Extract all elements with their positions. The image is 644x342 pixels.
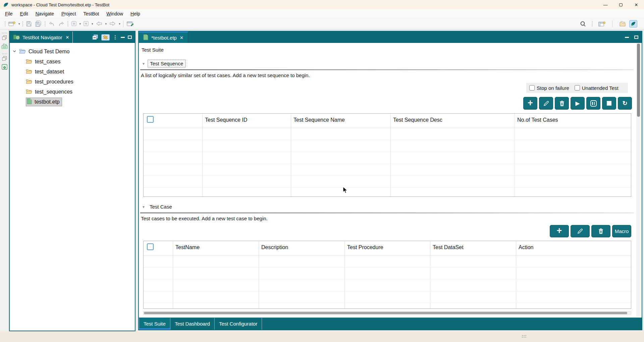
page-tab-test-configurator[interactable]: Test Configurator — [215, 318, 262, 330]
editor-tab-close-icon[interactable]: ✕ — [180, 35, 183, 40]
edit-case-button[interactable] — [571, 225, 590, 237]
minimize-editor-icon[interactable] — [625, 37, 629, 38]
strip-drag-handle[interactable] — [2, 32, 7, 34]
page-tab-test-dashboard[interactable]: Test Dashboard — [170, 318, 215, 330]
add-case-button[interactable]: + — [550, 225, 569, 237]
tree-item-project[interactable]: Cloud Test Demo — [10, 47, 135, 57]
section-twistie-icon[interactable]: ▾ — [143, 205, 145, 209]
macro-button[interactable]: Macro — [612, 225, 631, 237]
restore-view-icon[interactable] — [2, 35, 7, 40]
toolbar-drag-handle[interactable] — [22, 21, 23, 26]
column-header[interactable]: Test Sequence Name — [293, 117, 345, 123]
menu-file[interactable]: File — [1, 10, 16, 17]
back-button[interactable] — [95, 20, 103, 27]
tree-item-folder[interactable]: test_cases — [10, 57, 135, 67]
edit-sequence-button[interactable] — [539, 97, 553, 110]
tree-item-folder[interactable]: test_procedures — [10, 77, 135, 87]
column-header[interactable]: Test Sequence Desc — [393, 117, 442, 123]
back-dropdown[interactable]: ▾ — [105, 22, 107, 25]
column-header[interactable]: Test DataSet — [433, 244, 464, 250]
next-annotation-dropdown[interactable]: ▾ — [79, 22, 81, 25]
menu-edit[interactable]: Edit — [16, 10, 32, 17]
navigator-close-icon[interactable]: ✕ — [65, 35, 69, 40]
maximize-editor-icon[interactable] — [634, 36, 638, 39]
delete-sequence-button[interactable] — [555, 97, 569, 110]
column-header[interactable]: No.of Test Cases — [517, 117, 558, 123]
stop-on-failure-checkbox[interactable]: Stop on failure — [529, 85, 569, 91]
maximize-view-icon[interactable] — [128, 36, 132, 39]
navigator-header: TestBot Navigator ✕ ⋮ — [10, 32, 135, 43]
previous-annotation-dropdown[interactable]: ▾ — [92, 22, 93, 25]
toolbar-drag-handle[interactable] — [67, 21, 69, 26]
select-all-cases-checkbox[interactable] — [147, 243, 154, 250]
column-header[interactable]: Test Sequence ID — [205, 117, 247, 123]
toolbar-drag-handle[interactable] — [4, 21, 6, 26]
stop-sequence-button[interactable] — [602, 97, 616, 110]
rerun-sequence-button[interactable]: ↻ — [618, 97, 632, 110]
tree-item-file-selected[interactable]: testbot.etp — [10, 97, 135, 107]
redo-button[interactable] — [57, 20, 65, 27]
test-case-section-title[interactable]: Test Case — [148, 203, 174, 210]
new-wizard-dropdown[interactable]: ▾ — [18, 22, 20, 25]
test-runner-view-icon[interactable] — [2, 64, 7, 70]
last-edit-location-button[interactable] — [126, 20, 135, 27]
new-wizard-button[interactable] — [8, 20, 16, 27]
checkbox-icon[interactable] — [529, 85, 535, 91]
next-annotation-button[interactable] — [70, 20, 77, 27]
column-header[interactable]: Test Procedure — [347, 244, 383, 250]
window-close-button[interactable]: ✕ — [629, 0, 644, 9]
navigator-tab[interactable]: TestBot Navigator ✕ — [10, 32, 72, 43]
tree-item-label: testbot.etp — [35, 99, 60, 105]
menu-project[interactable]: Project — [58, 10, 80, 17]
navigator-tab-separator — [72, 32, 73, 43]
open-perspective-button[interactable] — [598, 20, 606, 27]
column-header[interactable]: Description — [261, 244, 288, 250]
column-header[interactable]: Action — [519, 244, 533, 250]
testbot-perspective-button[interactable] — [629, 20, 637, 27]
toolbar-drag-handle[interactable] — [44, 21, 46, 26]
forward-button[interactable] — [108, 20, 117, 27]
add-sequence-button[interactable]: + — [523, 97, 537, 110]
column-header[interactable]: TestName — [175, 244, 200, 250]
run-sequence-button[interactable]: ▶ — [571, 97, 585, 110]
tree-item-folder[interactable]: test_sequences — [10, 87, 135, 97]
sash-drag-handle[interactable] — [522, 335, 527, 338]
unattended-test-checkbox[interactable]: Unattended Test — [575, 85, 619, 91]
restore-view-icon[interactable] — [2, 56, 7, 61]
view-menu-icon[interactable]: ⋮ — [113, 34, 118, 40]
menu-testbot[interactable]: TestBot — [80, 10, 103, 17]
select-all-sequences-checkbox[interactable] — [147, 116, 154, 123]
vertical-scrollbar[interactable] — [636, 43, 641, 317]
horizontal-scrollbar[interactable] — [143, 311, 631, 315]
empty-table-row — [144, 303, 631, 309]
minimize-view-icon[interactable] — [121, 37, 125, 38]
save-all-button[interactable] — [34, 20, 43, 27]
search-icon[interactable] — [579, 20, 587, 27]
collapse-all-icon[interactable] — [92, 35, 98, 40]
testbot-toolbox-icon[interactable] — [1, 43, 8, 49]
previous-annotation-button[interactable] — [83, 20, 90, 27]
strip-drag-handle[interactable] — [2, 53, 7, 55]
toolbar-drag-handle[interactable] — [591, 21, 593, 26]
editor-tab-testbot-etp[interactable]: *testbot.etp ✕ — [139, 32, 188, 43]
page-tab-test-suite[interactable]: Test Suite — [139, 318, 170, 330]
tree-item-folder[interactable]: test_dataset — [10, 67, 135, 77]
pause-sequence-button[interactable] — [586, 97, 600, 110]
menu-window[interactable]: Window — [103, 10, 127, 17]
delete-case-button[interactable] — [591, 225, 610, 237]
chevron-down-icon[interactable] — [12, 49, 16, 55]
horizontal-scrollbar-thumb[interactable] — [144, 312, 627, 314]
checkbox-icon[interactable] — [575, 85, 580, 91]
menu-navigate[interactable]: Navigate — [32, 10, 58, 17]
undo-button[interactable] — [48, 20, 56, 27]
window-maximize-button[interactable] — [613, 0, 629, 9]
resource-perspective-button[interactable] — [618, 20, 626, 27]
link-with-editor-icon[interactable] — [101, 34, 110, 41]
window-minimize-button[interactable]: — — [598, 0, 613, 9]
forward-dropdown[interactable]: ▾ — [119, 22, 120, 25]
section-twistie-icon[interactable]: ▾ — [143, 61, 145, 66]
save-button[interactable] — [25, 20, 33, 27]
vertical-scrollbar-thumb[interactable] — [637, 44, 640, 117]
test-sequence-section-title[interactable]: Test Sequence — [148, 60, 185, 67]
menu-help[interactable]: Help — [127, 10, 144, 17]
